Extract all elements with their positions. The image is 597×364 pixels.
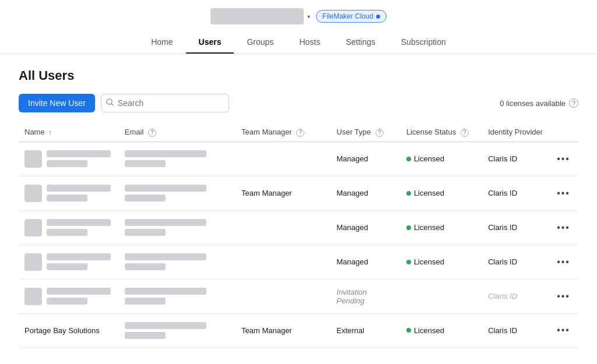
email-redacted (125, 253, 230, 270)
cell-name (19, 176, 119, 210)
name-redacted-line2 (47, 195, 87, 202)
account-selector[interactable]: ▾ (210, 8, 310, 24)
nav-item-home[interactable]: Home (138, 31, 185, 54)
col-header-name: Name ↑ (19, 123, 119, 142)
license-status-licensed: Licensed (406, 257, 476, 266)
header: ▾ FileMaker Cloud Home Users Groups Host… (0, 0, 597, 54)
invitation-pending: Invitation Pending (336, 288, 367, 305)
cell-user-type: Invitation Pending (331, 279, 401, 313)
licenses-help-icon[interactable]: ? (569, 98, 578, 108)
col-team-manager-label: Team Manager (241, 128, 292, 136)
avatar (24, 253, 42, 271)
licenses-label: 0 licenses available (500, 99, 566, 108)
name-cell (24, 185, 113, 202)
cell-identity-provider: Claris ID (482, 279, 549, 313)
email-redacted-line2 (125, 298, 166, 305)
name-redacted-line1 (47, 185, 111, 192)
nav-item-groups[interactable]: Groups (234, 31, 286, 54)
name-redacted-line2 (47, 298, 87, 305)
col-header-identity-provider: Identity Provider (482, 123, 549, 142)
search-wrapper (101, 94, 229, 112)
sort-icon[interactable]: ↑ (48, 129, 52, 136)
filemaker-badge: FileMaker Cloud (316, 10, 387, 23)
invite-new-user-button[interactable]: Invite New User (19, 94, 95, 112)
cell-license-status: Licensed (401, 210, 482, 245)
cell-license-status: Licensed (401, 245, 482, 279)
row-actions-button[interactable]: ••• (554, 154, 573, 164)
cell-email (119, 210, 236, 245)
main-nav: Home Users Groups Hosts Settings Subscri… (138, 31, 459, 54)
name-redacted-line1 (47, 288, 111, 295)
cell-license-status (401, 279, 482, 313)
email-redacted-line2 (125, 160, 166, 167)
cell-name (19, 279, 119, 313)
table-row: Invitation PendingClaris ID••• (19, 279, 578, 313)
name-redacted-line1 (47, 253, 111, 260)
name-text (47, 150, 111, 167)
table-row: ManagedLicensedClaris ID••• (19, 142, 578, 176)
row-actions-button[interactable]: ••• (554, 222, 573, 233)
identity-provider-value: Claris ID (488, 189, 517, 197)
cell-actions: ••• (549, 210, 578, 245)
status-dot (406, 225, 411, 230)
row-actions-button[interactable]: ••• (554, 257, 573, 267)
email-help-icon[interactable]: ? (148, 129, 156, 137)
cell-email (119, 279, 236, 313)
col-header-actions (549, 123, 578, 142)
user-type-value: Managed (336, 189, 368, 197)
toolbar: Invite New User 0 licenses available ? (19, 94, 578, 112)
cell-email (119, 142, 236, 176)
user-type-value: Managed (336, 257, 368, 266)
col-license-status-label: License Status (406, 128, 456, 136)
nav-item-hosts[interactable]: Hosts (286, 31, 333, 54)
cell-license-status: Licensed (401, 176, 482, 210)
cell-user-type: Managed (331, 176, 401, 210)
avatar (24, 185, 42, 202)
name-cell (24, 288, 113, 305)
cell-user-type: Managed (331, 142, 401, 176)
name-text (47, 219, 111, 236)
name-redacted-line2 (47, 160, 87, 167)
chevron-down-icon: ▾ (307, 13, 310, 20)
col-email-label: Email (125, 128, 144, 136)
nav-item-subscription[interactable]: Subscription (388, 31, 459, 54)
header-top: ▾ FileMaker Cloud (210, 8, 387, 24)
search-input[interactable] (101, 94, 229, 112)
email-redacted (125, 150, 230, 167)
row-actions-button[interactable]: ••• (554, 188, 573, 199)
name-cell (24, 219, 113, 236)
cell-name (19, 210, 119, 245)
nav-item-settings[interactable]: Settings (333, 31, 388, 54)
name-redacted-line1 (47, 150, 111, 157)
cell-actions: ••• (549, 176, 578, 210)
col-header-team-manager: Team Manager ? (236, 123, 331, 142)
name-text (47, 185, 111, 202)
page-title: All Users (19, 68, 578, 83)
name-text (47, 253, 111, 270)
license-status-licensed: Licensed (406, 223, 476, 232)
cell-name: Portage Bay Solutions (19, 313, 119, 347)
cell-actions: ••• (549, 142, 578, 176)
cell-identity-provider: Claris ID (482, 245, 549, 279)
user-type-help-icon[interactable]: ? (375, 129, 384, 137)
cell-actions: ••• (549, 313, 578, 347)
identity-provider-value: Claris ID (488, 154, 517, 163)
email-redacted-line2 (125, 263, 166, 270)
status-dot (406, 191, 411, 196)
table-header: Name ↑ Email ? Team Manager ? User Type … (19, 123, 578, 142)
filemaker-badge-dot (376, 15, 380, 19)
cell-name (19, 142, 119, 176)
filemaker-badge-label: FileMaker Cloud (322, 12, 373, 20)
name-redacted-line2 (47, 263, 87, 270)
name-redacted-line2 (47, 229, 87, 236)
email-redacted (125, 185, 230, 202)
status-dot (406, 260, 411, 264)
license-status-help-icon[interactable]: ? (461, 129, 469, 137)
email-redacted-line1 (125, 322, 206, 329)
nav-item-users[interactable]: Users (186, 31, 234, 54)
team-manager-help-icon[interactable]: ? (296, 129, 304, 137)
toolbar-left: Invite New User (19, 94, 229, 112)
row-actions-button[interactable]: ••• (554, 291, 573, 302)
row-actions-button[interactable]: ••• (554, 325, 573, 335)
cell-license-status: Licensed (401, 142, 482, 176)
